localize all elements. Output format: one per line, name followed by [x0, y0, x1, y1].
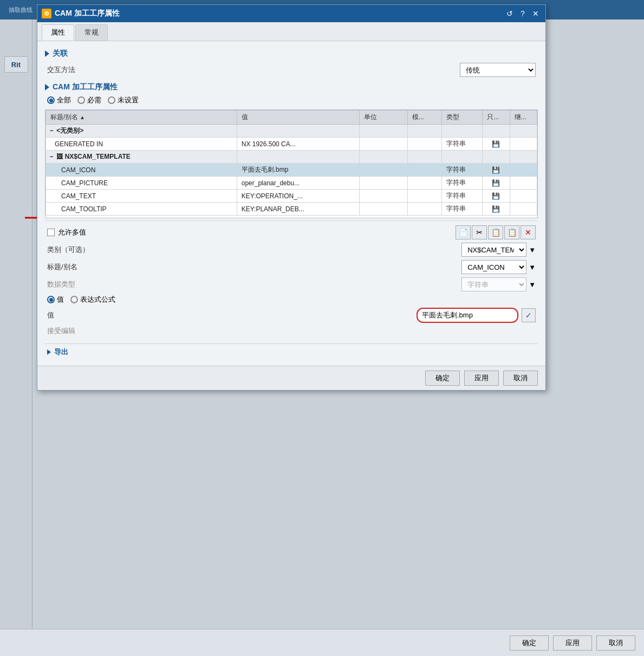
refresh-button[interactable]: ↺: [504, 8, 515, 19]
association-section-header: 关联: [45, 49, 538, 59]
export-section: 导出: [45, 343, 538, 360]
datatype-label: 数据类型: [47, 280, 101, 289]
name-label: 标题/别名: [47, 262, 101, 272]
table-header-row: 标题/别名 值 单位 模... 类型 只... 继...: [46, 111, 537, 125]
category-dropdown-arrow: ▼: [529, 246, 536, 254]
radio-all-circle: [47, 96, 55, 104]
category-label: 类别（可选）: [47, 245, 101, 255]
radio-all[interactable]: 全部: [47, 95, 71, 105]
radio-unset-circle: [108, 96, 115, 104]
dialog-tabs: 属性 常规: [37, 22, 545, 41]
new-prop-button[interactable]: 📄: [456, 225, 471, 239]
export-triangle-icon: [47, 349, 51, 355]
app-status-bar: 确定 应用 取消: [0, 629, 644, 656]
datatype-select[interactable]: 字符串: [461, 277, 526, 291]
radio-required-circle: [77, 96, 85, 104]
table-row[interactable]: － 🖼 NX$CAM_TEMPLATE: [46, 151, 537, 164]
radio-required[interactable]: 必需: [77, 95, 101, 105]
col-mode: 模...: [407, 111, 441, 125]
accept-edit-button[interactable]: ✓: [522, 308, 536, 322]
prop-toolbar-buttons: 📄 ✂ 📋 📋 ✕: [456, 225, 536, 239]
dialog-title: CAM 加工工序属性: [55, 9, 501, 18]
checkbox-box: [47, 229, 55, 236]
footer-confirm-button[interactable]: 确定: [425, 371, 460, 386]
allow-multiple-label: 允许多值: [58, 228, 86, 237]
help-button[interactable]: ?: [517, 8, 528, 19]
col-inherit: 继...: [510, 111, 537, 125]
name-row: 标题/别名 CAM_ICON ▼: [47, 260, 536, 274]
tab-properties[interactable]: 属性: [42, 24, 74, 41]
radio-unset[interactable]: 未设置: [108, 95, 139, 105]
footer-apply-button[interactable]: 应用: [464, 371, 499, 386]
radio-expr-label: 表达式公式: [80, 295, 115, 304]
table-row[interactable]: － <无类别>: [46, 125, 537, 138]
confirm-main-button[interactable]: 确定: [510, 635, 549, 651]
copy-prop-button[interactable]: 📋: [488, 225, 503, 239]
col-readonly: 只...: [483, 111, 510, 125]
bottom-panel: 允许多值 📄 ✂ 📋 📋 ✕ 类别（可选） NX$CAM_TEM ▼: [45, 220, 538, 343]
radio-all-label: 全部: [57, 95, 71, 105]
method-label: 交互方法: [47, 65, 90, 75]
export-label: 导出: [54, 347, 68, 357]
value-input-label: 值: [47, 310, 101, 320]
apply-main-button[interactable]: 应用: [553, 635, 592, 651]
cut-prop-button[interactable]: ✂: [472, 225, 487, 239]
title-buttons: ↺ ? ✕: [504, 8, 541, 19]
cam-triangle-icon: [45, 84, 49, 90]
allow-multiple-checkbox[interactable]: 允许多值: [47, 228, 86, 237]
properties-table-container: 标题/别名 值 单位 模... 类型 只... 继... － <无类别>GENE…: [45, 109, 538, 218]
radio-required-label: 必需: [87, 95, 101, 105]
accept-edit-row: 接受编辑: [47, 326, 536, 336]
method-select[interactable]: 传统: [460, 63, 536, 77]
radio-value-circle: [47, 296, 55, 303]
radio-expr-circle: [70, 296, 78, 303]
association-section-title: 关联: [53, 49, 68, 59]
properties-table: 标题/别名 值 单位 模... 类型 只... 继... － <无类别>GENE…: [45, 110, 537, 216]
method-row: 交互方法 传统: [45, 63, 538, 77]
tab-general[interactable]: 常规: [75, 24, 108, 41]
value-type-row: 值 表达式公式: [47, 295, 536, 304]
radio-value-label: 值: [57, 295, 64, 304]
left-panel-button[interactable]: Rit: [4, 56, 28, 73]
datatype-row: 数据类型 字符串 ▼: [47, 277, 536, 291]
dialog-titlebar: ⚙ CAM 加工工序属性 ↺ ? ✕: [37, 5, 545, 22]
col-unit: 单位: [360, 111, 407, 125]
dialog-content: 关联 交互方法 传统 CAM 加工工序属性 全部 必需: [37, 41, 545, 366]
dialog-window: ⚙ CAM 加工工序属性 ↺ ? ✕ 属性 常规 关联 交互方法 传统 CA: [37, 4, 546, 391]
accept-edit-label: 接受编辑: [47, 326, 101, 336]
value-input-row: 值 ✓: [47, 308, 536, 323]
filter-radio-group: 全部 必需 未设置: [45, 95, 538, 105]
app-left-panel: Rit: [0, 20, 32, 629]
table-row[interactable]: CAM_ICON平面去毛刺.bmp字符串💾: [46, 164, 537, 177]
dialog-footer: 确定 应用 取消: [37, 366, 545, 390]
category-select[interactable]: NX$CAM_TEM: [461, 243, 526, 257]
section-triangle-icon: [45, 50, 49, 57]
radio-unset-label: 未设置: [118, 95, 139, 105]
title-icon: ⚙: [42, 9, 51, 18]
col-type: 类型: [441, 111, 483, 125]
allow-multiple-row: 允许多值 📄 ✂ 📋 📋 ✕: [47, 225, 536, 239]
table-row[interactable]: CAM_TOOLTIPKEY:PLANAR_DEB...字符串💾: [46, 203, 537, 216]
radio-value[interactable]: 值: [47, 295, 64, 304]
cam-section-header: CAM 加工工序属性: [45, 82, 538, 92]
delete-prop-button[interactable]: ✕: [521, 225, 536, 239]
table-row[interactable]: CAM_TEXTKEY:OPERATION_...字符串💾: [46, 190, 537, 203]
radio-expr[interactable]: 表达式公式: [70, 295, 115, 304]
close-button[interactable]: ✕: [530, 8, 541, 19]
col-name: 标题/别名: [46, 111, 237, 125]
paste-prop-button[interactable]: 📋: [504, 225, 519, 239]
datatype-dropdown-arrow: ▼: [529, 281, 536, 289]
cam-section-title-text: CAM 加工工序属性: [53, 82, 118, 92]
value-input-field[interactable]: [417, 308, 518, 323]
col-value: 值: [237, 111, 360, 125]
ribbon-item[interactable]: 抽取曲线: [4, 4, 37, 16]
table-row[interactable]: GENERATED INNX 1926.500 CA...字符串💾: [46, 138, 537, 151]
footer-cancel-button[interactable]: 取消: [503, 371, 538, 386]
name-dropdown-arrow: ▼: [529, 263, 536, 271]
cancel-main-button[interactable]: 取消: [596, 635, 635, 651]
category-row: 类别（可选） NX$CAM_TEM ▼: [47, 243, 536, 257]
table-row[interactable]: CAM_PICTUREoper_planar_debu...字符串💾: [46, 177, 537, 190]
name-select[interactable]: CAM_ICON: [461, 260, 526, 274]
